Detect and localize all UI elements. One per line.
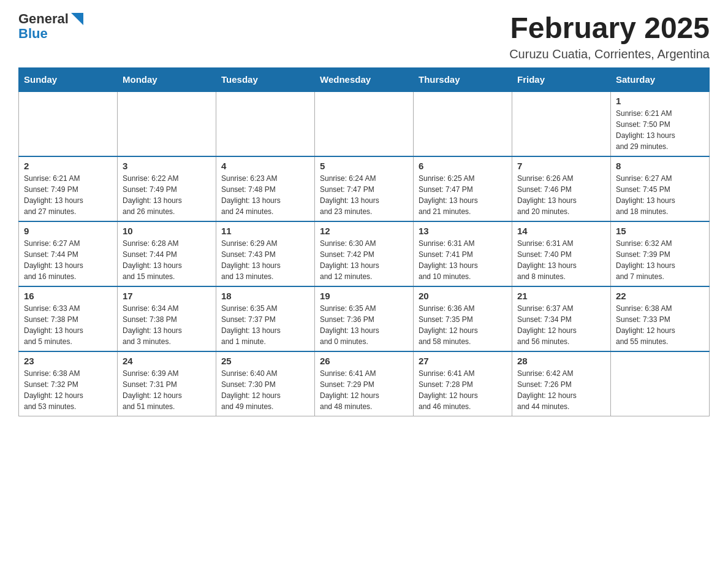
calendar-cell: 14Sunrise: 6:31 AM Sunset: 7:40 PM Dayli… bbox=[512, 221, 611, 286]
day-info: Sunrise: 6:41 AM Sunset: 7:28 PM Dayligh… bbox=[419, 368, 507, 412]
day-number: 8 bbox=[616, 161, 704, 171]
day-info: Sunrise: 6:35 AM Sunset: 7:37 PM Dayligh… bbox=[221, 303, 309, 347]
day-header-sunday: Sunday bbox=[19, 67, 118, 91]
calendar-cell: 4Sunrise: 6:23 AM Sunset: 7:48 PM Daylig… bbox=[216, 156, 315, 221]
day-number: 18 bbox=[221, 291, 309, 301]
calendar-cell: 16Sunrise: 6:33 AM Sunset: 7:38 PM Dayli… bbox=[19, 286, 118, 351]
day-number: 15 bbox=[616, 226, 704, 236]
calendar-cell: 13Sunrise: 6:31 AM Sunset: 7:41 PM Dayli… bbox=[414, 221, 512, 286]
day-number: 3 bbox=[123, 161, 211, 171]
day-info: Sunrise: 6:22 AM Sunset: 7:49 PM Dayligh… bbox=[123, 173, 211, 217]
calendar-cell: 8Sunrise: 6:27 AM Sunset: 7:45 PM Daylig… bbox=[611, 156, 710, 221]
calendar-cell: 10Sunrise: 6:28 AM Sunset: 7:44 PM Dayli… bbox=[118, 221, 216, 286]
calendar-cell bbox=[19, 91, 118, 156]
day-header-tuesday: Tuesday bbox=[216, 67, 315, 91]
page-header: General Blue February 2025 Curuzu Cuatia… bbox=[18, 12, 710, 61]
day-info: Sunrise: 6:27 AM Sunset: 7:45 PM Dayligh… bbox=[616, 173, 704, 217]
calendar-cell: 23Sunrise: 6:38 AM Sunset: 7:32 PM Dayli… bbox=[19, 351, 118, 416]
calendar-cell: 22Sunrise: 6:38 AM Sunset: 7:33 PM Dayli… bbox=[611, 286, 710, 351]
calendar-week-1: 1Sunrise: 6:21 AM Sunset: 7:50 PM Daylig… bbox=[19, 91, 710, 156]
day-info: Sunrise: 6:35 AM Sunset: 7:36 PM Dayligh… bbox=[320, 303, 408, 347]
day-number: 28 bbox=[517, 356, 605, 366]
day-number: 25 bbox=[221, 356, 309, 366]
calendar-cell bbox=[315, 91, 414, 156]
day-number: 27 bbox=[419, 356, 507, 366]
day-number: 19 bbox=[320, 291, 408, 301]
day-number: 11 bbox=[221, 226, 309, 236]
svg-marker-0 bbox=[71, 13, 83, 25]
title-section: February 2025 Curuzu Cuatia, Corrientes,… bbox=[509, 12, 710, 61]
day-number: 9 bbox=[24, 226, 112, 236]
calendar-cell bbox=[216, 91, 315, 156]
day-info: Sunrise: 6:39 AM Sunset: 7:31 PM Dayligh… bbox=[123, 368, 211, 412]
calendar-cell: 1Sunrise: 6:21 AM Sunset: 7:50 PM Daylig… bbox=[611, 91, 710, 156]
day-info: Sunrise: 6:24 AM Sunset: 7:47 PM Dayligh… bbox=[320, 173, 408, 217]
day-info: Sunrise: 6:30 AM Sunset: 7:42 PM Dayligh… bbox=[320, 238, 408, 282]
day-number: 7 bbox=[517, 161, 605, 171]
calendar-cell: 2Sunrise: 6:21 AM Sunset: 7:49 PM Daylig… bbox=[19, 156, 118, 221]
day-number: 5 bbox=[320, 161, 408, 171]
calendar-cell: 28Sunrise: 6:42 AM Sunset: 7:26 PM Dayli… bbox=[512, 351, 611, 416]
day-info: Sunrise: 6:40 AM Sunset: 7:30 PM Dayligh… bbox=[221, 368, 309, 412]
calendar-cell: 19Sunrise: 6:35 AM Sunset: 7:36 PM Dayli… bbox=[315, 286, 414, 351]
calendar-cell: 21Sunrise: 6:37 AM Sunset: 7:34 PM Dayli… bbox=[512, 286, 611, 351]
calendar-cell bbox=[611, 351, 710, 416]
day-number: 21 bbox=[517, 291, 605, 301]
day-number: 4 bbox=[221, 161, 309, 171]
calendar-week-3: 9Sunrise: 6:27 AM Sunset: 7:44 PM Daylig… bbox=[19, 221, 710, 286]
logo-arrow-icon bbox=[70, 13, 83, 25]
calendar-cell: 24Sunrise: 6:39 AM Sunset: 7:31 PM Dayli… bbox=[118, 351, 216, 416]
day-number: 13 bbox=[419, 226, 507, 236]
day-header-wednesday: Wednesday bbox=[315, 67, 414, 91]
calendar-cell bbox=[414, 91, 512, 156]
logo-general: General bbox=[18, 12, 69, 26]
calendar-cell: 15Sunrise: 6:32 AM Sunset: 7:39 PM Dayli… bbox=[611, 221, 710, 286]
calendar-cell: 18Sunrise: 6:35 AM Sunset: 7:37 PM Dayli… bbox=[216, 286, 315, 351]
day-info: Sunrise: 6:28 AM Sunset: 7:44 PM Dayligh… bbox=[123, 238, 211, 282]
day-number: 14 bbox=[517, 226, 605, 236]
calendar-cell: 12Sunrise: 6:30 AM Sunset: 7:42 PM Dayli… bbox=[315, 221, 414, 286]
day-info: Sunrise: 6:36 AM Sunset: 7:35 PM Dayligh… bbox=[419, 303, 507, 347]
day-header-monday: Monday bbox=[118, 67, 216, 91]
day-number: 16 bbox=[24, 291, 112, 301]
calendar-table: SundayMondayTuesdayWednesdayThursdayFrid… bbox=[18, 67, 710, 416]
calendar-cell: 17Sunrise: 6:34 AM Sunset: 7:38 PM Dayli… bbox=[118, 286, 216, 351]
day-info: Sunrise: 6:25 AM Sunset: 7:47 PM Dayligh… bbox=[419, 173, 507, 217]
calendar-week-2: 2Sunrise: 6:21 AM Sunset: 7:49 PM Daylig… bbox=[19, 156, 710, 221]
day-info: Sunrise: 6:32 AM Sunset: 7:39 PM Dayligh… bbox=[616, 238, 704, 282]
calendar-cell bbox=[512, 91, 611, 156]
calendar-cell: 9Sunrise: 6:27 AM Sunset: 7:44 PM Daylig… bbox=[19, 221, 118, 286]
day-number: 24 bbox=[123, 356, 211, 366]
day-header-thursday: Thursday bbox=[414, 67, 512, 91]
day-info: Sunrise: 6:41 AM Sunset: 7:29 PM Dayligh… bbox=[320, 368, 408, 412]
calendar-cell bbox=[118, 91, 216, 156]
day-info: Sunrise: 6:38 AM Sunset: 7:33 PM Dayligh… bbox=[616, 303, 704, 347]
day-info: Sunrise: 6:26 AM Sunset: 7:46 PM Dayligh… bbox=[517, 173, 605, 217]
location-title: Curuzu Cuatia, Corrientes, Argentina bbox=[509, 47, 710, 61]
day-number: 23 bbox=[24, 356, 112, 366]
day-header-saturday: Saturday bbox=[611, 67, 710, 91]
day-number: 2 bbox=[24, 161, 112, 171]
day-info: Sunrise: 6:23 AM Sunset: 7:48 PM Dayligh… bbox=[221, 173, 309, 217]
day-number: 26 bbox=[320, 356, 408, 366]
logo-blue: Blue bbox=[18, 27, 48, 40]
day-info: Sunrise: 6:38 AM Sunset: 7:32 PM Dayligh… bbox=[24, 368, 112, 412]
day-number: 17 bbox=[123, 291, 211, 301]
day-info: Sunrise: 6:31 AM Sunset: 7:41 PM Dayligh… bbox=[419, 238, 507, 282]
calendar-week-4: 16Sunrise: 6:33 AM Sunset: 7:38 PM Dayli… bbox=[19, 286, 710, 351]
day-info: Sunrise: 6:37 AM Sunset: 7:34 PM Dayligh… bbox=[517, 303, 605, 347]
day-number: 6 bbox=[419, 161, 507, 171]
day-info: Sunrise: 6:42 AM Sunset: 7:26 PM Dayligh… bbox=[517, 368, 605, 412]
calendar-cell: 20Sunrise: 6:36 AM Sunset: 7:35 PM Dayli… bbox=[414, 286, 512, 351]
calendar-cell: 26Sunrise: 6:41 AM Sunset: 7:29 PM Dayli… bbox=[315, 351, 414, 416]
calendar-week-5: 23Sunrise: 6:38 AM Sunset: 7:32 PM Dayli… bbox=[19, 351, 710, 416]
day-number: 12 bbox=[320, 226, 408, 236]
calendar-cell: 6Sunrise: 6:25 AM Sunset: 7:47 PM Daylig… bbox=[414, 156, 512, 221]
calendar-cell: 25Sunrise: 6:40 AM Sunset: 7:30 PM Dayli… bbox=[216, 351, 315, 416]
calendar-cell: 5Sunrise: 6:24 AM Sunset: 7:47 PM Daylig… bbox=[315, 156, 414, 221]
days-header-row: SundayMondayTuesdayWednesdayThursdayFrid… bbox=[19, 67, 710, 91]
day-info: Sunrise: 6:33 AM Sunset: 7:38 PM Dayligh… bbox=[24, 303, 112, 347]
calendar-cell: 7Sunrise: 6:26 AM Sunset: 7:46 PM Daylig… bbox=[512, 156, 611, 221]
logo: General Blue bbox=[18, 12, 83, 40]
day-number: 10 bbox=[123, 226, 211, 236]
